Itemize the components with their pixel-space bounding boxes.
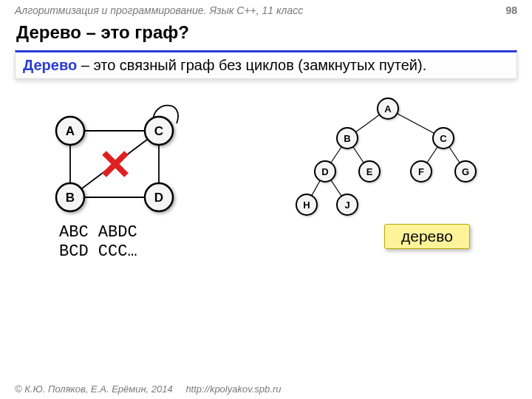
tnode-f-label: F [418,166,424,177]
footer-url: http://kpolyakov.spb.ru [185,383,281,395]
cyclic-graph: A C B D [41,101,203,227]
tnode-b-label: B [344,133,350,144]
footer: © К.Ю. Поляков, Е.А. Ерёмин, 2014 http:/… [15,383,281,395]
definition-box: Дерево – это связный граф без циклов (за… [15,50,517,79]
footer-copyright: © К.Ю. Поляков, Е.А. Ерёмин, 2014 [15,383,173,395]
node-b-label: B [66,191,75,205]
page-number: 98 [505,4,517,16]
tree-graph: A B C D E F G H J [292,94,514,234]
cycles-line1: ABC ABDC [59,223,137,242]
content-area: A C B D ABC ABDC BCD CCC… A B C D [0,79,532,352]
definition-term: Дерево [23,57,77,73]
tnode-j-label: J [344,200,349,211]
header-bar: Алгоритмизация и программирование. Язык … [0,0,532,16]
tnode-g-label: G [462,166,469,177]
page-title: Дерево – это граф? [0,16,532,47]
tnode-a-label: A [384,103,392,115]
node-d-label: D [154,191,163,205]
cross-icon [104,153,126,175]
definition-text: – это связный граф без циклов (замкнутых… [77,57,426,73]
node-c-label: C [154,124,163,138]
tree-callout: дерево [384,224,470,249]
cycles-line2: BCD CCC… [59,242,137,262]
tnode-e-label: E [366,166,373,177]
tnode-d-label: D [321,166,328,177]
cycle-list: ABC ABDC BCD CCC… [59,223,137,262]
tnode-c-label: C [440,133,447,144]
course-title: Алгоритмизация и программирование. Язык … [15,4,303,16]
tnode-h-label: H [303,200,310,211]
node-a-label: A [66,124,75,138]
